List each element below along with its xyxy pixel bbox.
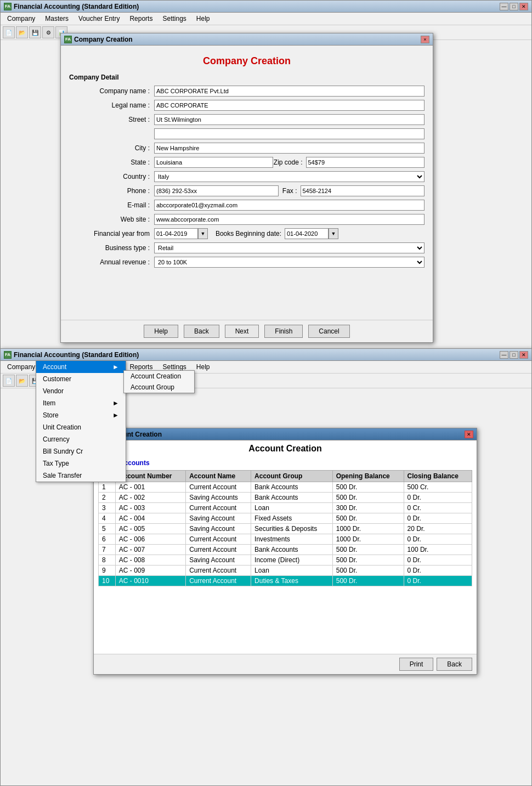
account-creation-item[interactable]: Account Creation [124, 371, 194, 382]
masters-store-label: Store [43, 411, 59, 419]
app-title-2: Financial Accounting (Standard Edition) [14, 351, 139, 359]
city-input[interactable] [154, 143, 425, 154]
books-date-cal-btn[interactable]: ▼ [329, 228, 338, 239]
country-row: Country : Italy [69, 171, 425, 182]
finish-button[interactable]: Finish [264, 325, 303, 338]
company-name-input[interactable] [154, 86, 425, 97]
help-button[interactable]: Help [144, 325, 178, 338]
table-row[interactable]: 10AC - 0010Current AccountDuties & Taxes… [99, 576, 472, 586]
masters-bill-item[interactable]: Bill Sundry Cr [36, 445, 126, 457]
account-group-item[interactable]: Account Group [124, 382, 194, 393]
table-row[interactable]: 5AC - 005Saving AccountSecurities & Depo… [99, 524, 472, 534]
state-input[interactable] [154, 157, 273, 168]
fin-year-input[interactable] [154, 228, 198, 239]
masters-store-item[interactable]: Store ► [36, 409, 126, 421]
maximize-btn-1[interactable]: □ [510, 3, 518, 10]
menu-masters-1[interactable]: Masters [41, 14, 73, 24]
fax-label: Fax : [279, 187, 301, 195]
menu-company-2[interactable]: Company [3, 362, 39, 372]
fax-input[interactable] [301, 185, 425, 196]
toolbar-btn-3[interactable]: 💾 [29, 26, 41, 38]
financial-year-row: Financial year from ▼ Books Beginning da… [69, 228, 425, 239]
app-title-1: Financial Accounting (Standard Edition) [14, 3, 139, 10]
books-date-label: Books Beginning date: [208, 230, 285, 238]
toolbar-btn-7[interactable]: 📂 [16, 375, 28, 387]
masters-item-item[interactable]: Item ► [36, 397, 126, 409]
maximize-btn-2[interactable]: □ [510, 351, 518, 359]
zip-input[interactable] [306, 157, 425, 168]
account-creation-dialog: FA Account Creation ✕ Account Creation L… [93, 428, 477, 675]
toolbar-btn-6[interactable]: 📄 [3, 375, 15, 387]
table-row[interactable]: 2AC - 002Saving AccountsBank Accounts500… [99, 493, 472, 503]
state-zip-row: State : Zip code : [69, 157, 425, 168]
close-btn-1[interactable]: ✕ [519, 3, 528, 10]
phone-label: Phone : [69, 187, 154, 195]
toolbar-btn-4[interactable]: ⚙ [42, 26, 54, 38]
masters-account-label: Account [43, 363, 66, 371]
legal-name-label: Legal name : [69, 101, 154, 109]
masters-vendor-item[interactable]: Vendor [36, 385, 126, 397]
masters-unit-label: Unit Creation [43, 423, 81, 431]
menu-help-1[interactable]: Help [192, 14, 214, 24]
legal-name-input[interactable] [154, 100, 425, 111]
company-dialog-close[interactable]: × [421, 36, 429, 43]
account-dialog-close[interactable]: ✕ [465, 431, 473, 438]
email-input[interactable] [154, 200, 425, 211]
masters-account-arrow: ► [112, 363, 119, 371]
table-row[interactable]: 9AC - 009Current AccountLoan500 Dr.0 Dr. [99, 566, 472, 576]
toolbar-btn-1[interactable]: 📄 [3, 26, 15, 38]
main-app-titlebar-2: FA Financial Accounting (Standard Editio… [1, 349, 531, 361]
main-app-titlebar-1: FA Financial Accounting (Standard Editio… [1, 1, 531, 13]
menubar-1: Company Masters Voucher Entry Reports Se… [1, 13, 531, 25]
back-button[interactable]: Back [184, 325, 219, 338]
company-dialog-footer: Help Back Next Finish Cancel [61, 320, 433, 342]
col-closing: Closing Balance [404, 471, 472, 482]
table-row[interactable]: 4AC - 004Saving AccountFixed Assets500 D… [99, 513, 472, 524]
masters-unit-item[interactable]: Unit Creation [36, 421, 126, 433]
masters-tax-label: Tax Type [43, 460, 69, 467]
minimize-btn-2[interactable]: — [500, 351, 508, 359]
list-of-accounts-label: List of Accounts [94, 458, 477, 468]
phone-fax-row: Phone : Fax : [69, 185, 425, 196]
annual-revenue-row: Annual revenue : 20 to 100K [69, 257, 425, 268]
annual-revenue-label: Annual revenue : [69, 258, 154, 266]
website-input[interactable] [154, 214, 425, 225]
masters-account-item[interactable]: Account ► [36, 361, 126, 373]
col-group: Account Group [251, 471, 333, 482]
menu-voucher-1[interactable]: Voucher Entry [74, 14, 124, 24]
table-row[interactable]: 8AC - 008Saving AccountIncome (Direct)50… [99, 555, 472, 566]
table-row[interactable]: 3AC - 003Current AccountLoan300 Dr.0 Cr. [99, 503, 472, 513]
annual-revenue-select[interactable]: 20 to 100K [154, 257, 425, 268]
company-section-label: Company Detail [69, 73, 425, 81]
menu-company-1[interactable]: Company [3, 14, 39, 24]
menu-reports-1[interactable]: Reports [125, 14, 157, 24]
street-row: Street : [69, 114, 425, 125]
account-back-button[interactable]: Back [437, 658, 472, 671]
table-row[interactable]: 6AC - 006Current AccountInvestments1000 … [99, 534, 472, 545]
street-input[interactable] [154, 114, 425, 125]
phone-input[interactable] [154, 185, 279, 196]
menu-settings-1[interactable]: Settings [158, 14, 190, 24]
toolbar-btn-2[interactable]: 📂 [16, 26, 28, 38]
business-type-select[interactable]: Retail [154, 242, 425, 253]
next-button[interactable]: Next [225, 325, 259, 338]
masters-customer-item[interactable]: Customer [36, 373, 126, 385]
col-opening: Opening Balance [332, 471, 404, 482]
table-row[interactable]: 1AC - 001Current AccountBank Accounts500… [99, 482, 472, 493]
masters-sale-label: Sale Transfer [43, 472, 82, 479]
books-date-input[interactable] [285, 228, 329, 239]
masters-sale-item[interactable]: Sale Transfer [36, 470, 126, 482]
account-dialog-titlebar: FA Account Creation ✕ [94, 428, 477, 440]
table-row[interactable]: 7AC - 007Current AccountBank Accounts500… [99, 545, 472, 555]
close-btn-2[interactable]: ✕ [519, 351, 528, 359]
masters-currency-item[interactable]: Currency [36, 433, 126, 445]
cancel-button[interactable]: Cancel [308, 325, 349, 338]
menu-help-2[interactable]: Help [192, 362, 214, 372]
fin-year-cal-btn[interactable]: ▼ [198, 228, 208, 239]
print-button[interactable]: Print [399, 658, 434, 671]
masters-tax-item[interactable]: Tax Type [36, 457, 126, 470]
minimize-btn-1[interactable]: — [500, 3, 508, 10]
street2-input[interactable] [154, 128, 425, 139]
website-label: Web site : [69, 216, 154, 223]
country-select[interactable]: Italy [154, 171, 425, 182]
